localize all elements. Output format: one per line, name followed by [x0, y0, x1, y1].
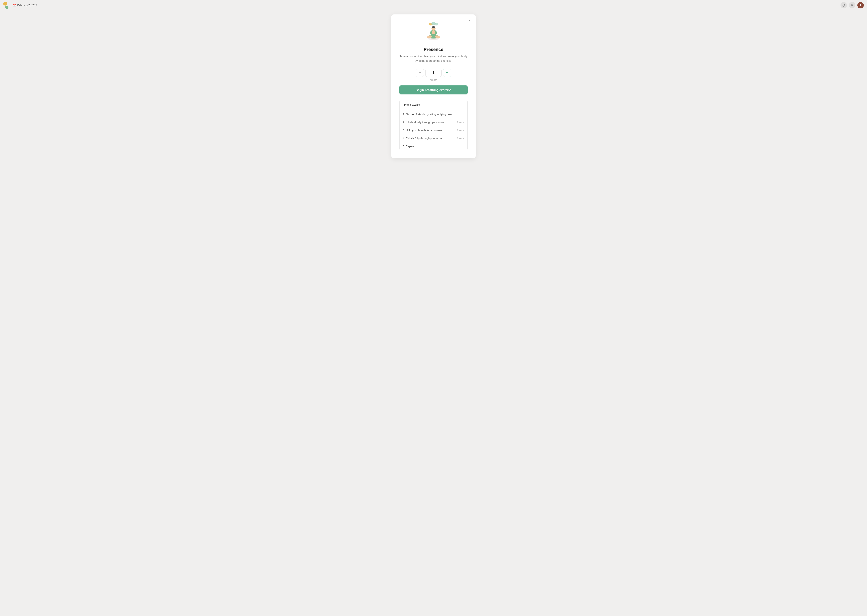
app-logo [3, 2, 10, 9]
step-text-1: 1. Get comfortable by sitting or lying d… [403, 113, 464, 116]
how-it-works-step-5: 5. Repeat [400, 142, 467, 150]
svg-point-0 [851, 4, 853, 5]
step-text-4: 4. Exhale fully through your nose [403, 137, 454, 140]
topbar: 📅 February 7, 2024 P [0, 0, 867, 10]
topbar-actions: P [840, 2, 864, 8]
notifications-button[interactable] [840, 2, 847, 8]
stepper-value: 1 [426, 69, 441, 77]
topbar-date: 📅 February 7, 2024 [13, 4, 838, 7]
meditation-illustration [422, 21, 445, 43]
user-button[interactable] [849, 2, 855, 8]
how-it-works-step-4: 4. Exhale fully through your nose4 secs [400, 134, 467, 142]
step-text-3: 3. Hold your breath for a moment [403, 129, 454, 132]
calendar-icon: 📅 [13, 4, 16, 7]
svg-point-12 [427, 36, 430, 38]
logo-circle-orange [3, 2, 7, 6]
modal-title: Presence [399, 47, 468, 52]
svg-point-14 [428, 38, 440, 40]
step-time-2: 4 secs [457, 121, 464, 124]
how-it-works-title: How it works [403, 104, 420, 107]
how-it-works-step-1: 1. Get comfortable by sitting or lying d… [400, 110, 467, 118]
logo-circle-green [5, 6, 8, 9]
how-it-works-header: How it works − [400, 100, 467, 110]
how-it-works-list: 1. Get comfortable by sitting or lying d… [400, 110, 467, 150]
stepper-unit-label: breath [399, 79, 468, 82]
svg-point-13 [437, 36, 440, 38]
decrease-button[interactable]: − [416, 69, 424, 77]
svg-point-8 [432, 30, 435, 35]
increase-button[interactable]: + [443, 69, 451, 77]
modal-close-button[interactable]: × [467, 18, 473, 23]
svg-point-5 [432, 26, 435, 28]
illustration-container [399, 21, 468, 43]
step-text-2: 2. Inhale slowly through your nose [403, 121, 454, 124]
user-avatar[interactable]: P [858, 2, 864, 8]
how-it-works-section: How it works − 1. Get comfortable by sit… [399, 100, 468, 150]
svg-point-3 [435, 23, 438, 25]
begin-breathing-button[interactable]: Begin breathing exercise [399, 85, 468, 94]
modal-subtitle: Take a moment to clear your mind and rel… [399, 54, 468, 63]
breath-stepper: − 1 + [399, 69, 468, 77]
how-it-works-step-3: 3. Hold your breath for a moment4 secs [400, 126, 467, 134]
date-text: February 7, 2024 [17, 4, 37, 7]
how-it-works-toggle[interactable]: − [462, 103, 464, 107]
how-it-works-step-2: 2. Inhale slowly through your nose4 secs [400, 118, 467, 126]
step-text-5: 5. Repeat [403, 145, 464, 148]
main-area: × [0, 10, 867, 616]
presence-modal: × [391, 14, 476, 159]
step-time-4: 4 secs [457, 137, 464, 140]
step-time-3: 4 secs [457, 129, 464, 132]
